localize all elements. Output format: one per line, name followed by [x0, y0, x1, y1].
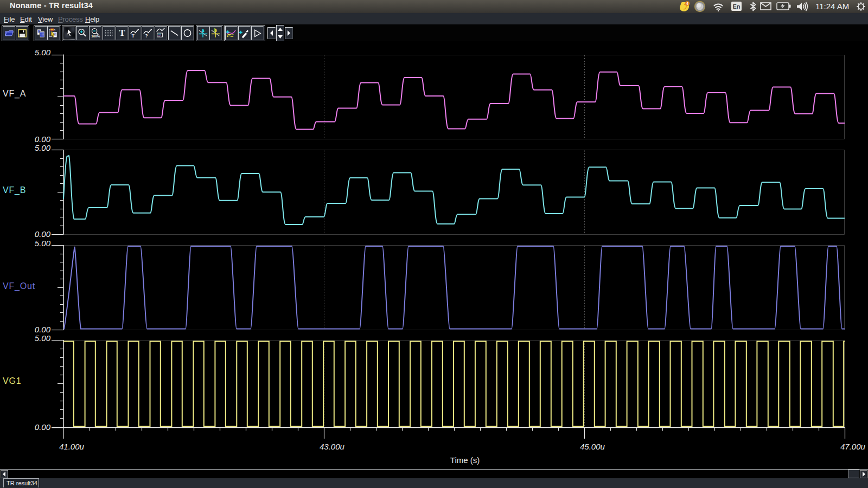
- svg-text:VG1: VG1: [3, 376, 21, 386]
- svg-text:VF_B: VF_B: [3, 185, 26, 195]
- svg-text:4: 4: [686, 2, 688, 5]
- svg-text:VF_Out: VF_Out: [3, 281, 35, 291]
- svg-text:b: b: [214, 28, 217, 33]
- svg-text:5.00: 5.00: [35, 48, 51, 57]
- svg-text:T: T: [132, 34, 135, 38]
- svg-text:a: a: [202, 28, 205, 33]
- svg-text:47.00u: 47.00u: [840, 442, 866, 451]
- svg-text:?: ?: [145, 33, 148, 38]
- svg-text:41.00u: 41.00u: [59, 442, 85, 451]
- svg-text:VF_A: VF_A: [3, 89, 26, 99]
- svg-text:100%: 100%: [92, 34, 100, 38]
- svg-text:0.00: 0.00: [35, 134, 51, 144]
- svg-text:11:24 AM: 11:24 AM: [815, 2, 849, 11]
- svg-text:0.00: 0.00: [35, 422, 51, 432]
- svg-text:43.00u: 43.00u: [320, 442, 345, 451]
- svg-text:0.00: 0.00: [35, 325, 51, 334]
- svg-text:Time (s): Time (s): [450, 455, 480, 465]
- svg-text:5.00: 5.00: [35, 333, 51, 343]
- svg-text:0.00: 0.00: [35, 229, 51, 239]
- svg-text:En: En: [732, 3, 740, 10]
- svg-text:5.00: 5.00: [35, 239, 51, 248]
- svg-text:5.00: 5.00: [35, 143, 51, 152]
- svg-text:45.00u: 45.00u: [580, 442, 605, 451]
- svg-text:T: T: [119, 28, 125, 38]
